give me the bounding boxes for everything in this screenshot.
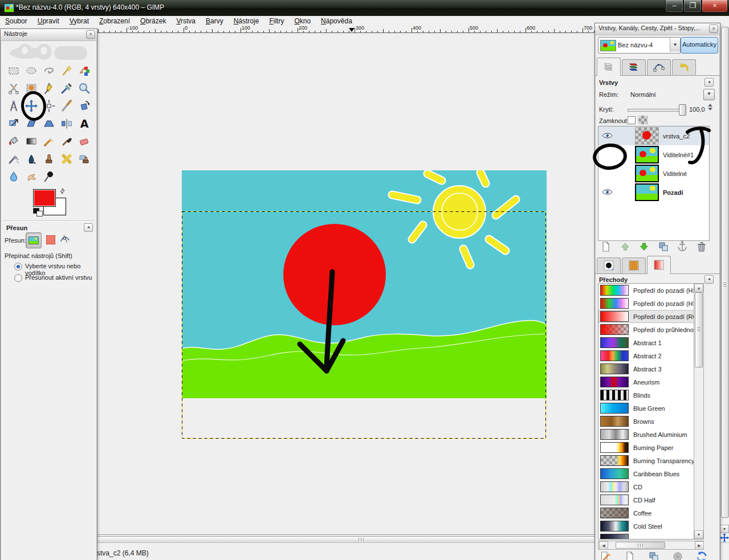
dock-close-icon[interactable]: x bbox=[709, 24, 718, 33]
tool-rotate-button[interactable] bbox=[75, 97, 93, 115]
tab-gradients[interactable] bbox=[647, 256, 671, 274]
tool-blur-button[interactable] bbox=[5, 168, 22, 186]
gradients-scroll-left-icon[interactable]: ◀ bbox=[599, 541, 608, 550]
layers-dock-window[interactable]: Vrstvy, Kanály, Cesty, Zpět - Stopy,... … bbox=[594, 23, 720, 560]
gradient-row-CD Half[interactable]: CD Half bbox=[598, 493, 694, 506]
menu-nstroje[interactable]: Nástroje bbox=[229, 16, 264, 25]
move-mode-selection-button[interactable] bbox=[46, 235, 55, 244]
tab-brushes[interactable] bbox=[597, 257, 621, 274]
layer-row-Pozadí[interactable]: Pozadí bbox=[598, 183, 709, 202]
vertical-scrollbar[interactable]: ▼ bbox=[719, 26, 729, 542]
gradients-vertical-scrollbar[interactable]: ▲ ▼ bbox=[694, 283, 704, 539]
tool-rect-select-button[interactable] bbox=[5, 62, 22, 80]
refresh-gradients-button[interactable] bbox=[694, 551, 709, 560]
tool-ink-button[interactable] bbox=[22, 150, 40, 168]
menu-vybrat[interactable]: Vybrat bbox=[64, 16, 94, 25]
tool-perspective-button[interactable] bbox=[40, 115, 58, 133]
menu-vrstva[interactable]: Vrstva bbox=[171, 16, 201, 25]
gradient-row-Coffee[interactable]: Coffee bbox=[598, 506, 694, 520]
edit-gradient-button[interactable] bbox=[598, 551, 613, 560]
layer-name[interactable]: Viditelné bbox=[663, 170, 687, 177]
gradient-row-Burning Paper[interactable]: Burning Paper bbox=[598, 441, 694, 454]
tool-heal-button[interactable] bbox=[58, 150, 75, 168]
menu-okno[interactable]: Okno bbox=[289, 16, 316, 25]
toolbox-title[interactable]: Nástroje bbox=[1, 29, 97, 41]
duplicate-gradient-button[interactable] bbox=[646, 551, 661, 560]
tool-paths-button[interactable] bbox=[40, 80, 58, 97]
gradients-scrollbar-thumb[interactable] bbox=[695, 292, 703, 367]
layer-thumbnail[interactable] bbox=[635, 165, 659, 182]
tab-paths[interactable] bbox=[647, 59, 671, 76]
tool-select-by-color-button[interactable] bbox=[75, 62, 93, 80]
gradient-row-Abstract 1[interactable]: Abstract 1 bbox=[598, 336, 694, 349]
auto-follow-button[interactable]: Automaticky bbox=[681, 37, 718, 54]
foreground-color-swatch[interactable] bbox=[33, 189, 56, 207]
tab-patterns[interactable] bbox=[622, 257, 646, 274]
restore-button[interactable]: ❐ bbox=[683, 0, 702, 13]
tab-channels[interactable] bbox=[622, 59, 646, 76]
layer-visibility-eye-icon[interactable] bbox=[602, 132, 613, 140]
tab-undo-history[interactable] bbox=[672, 59, 696, 76]
scroll-down-arrow[interactable]: ▼ bbox=[720, 525, 729, 533]
gradients-horizontal-scrollbar[interactable]: ◀ ▶ bbox=[598, 541, 704, 550]
opacity-slider-handle[interactable] bbox=[679, 104, 686, 116]
tool-gradient-button[interactable] bbox=[22, 133, 40, 150]
tool-bucket-fill-button[interactable] bbox=[5, 133, 22, 150]
close-button[interactable]: × bbox=[702, 0, 728, 13]
opacity-spinner[interactable] bbox=[708, 103, 713, 112]
image-canvas[interactable] bbox=[182, 170, 547, 439]
tool-crop-button[interactable] bbox=[58, 97, 75, 115]
gradient-row-Aneurism[interactable]: Aneurism bbox=[598, 375, 694, 389]
title-bar[interactable]: *Bez názvu-4.0 (RGB, 4 vrstvy) 640x400 –… bbox=[0, 0, 729, 16]
tool-color-picker-button[interactable] bbox=[58, 80, 75, 97]
vertical-scrollbar-thumb[interactable] bbox=[721, 27, 729, 518]
tool-text-button[interactable]: A bbox=[75, 115, 93, 133]
mode-dropdown-icon[interactable]: ▼ bbox=[703, 89, 715, 100]
tool-flip-button[interactable] bbox=[58, 115, 75, 133]
gradient-row-Browns[interactable]: Browns bbox=[598, 415, 694, 428]
tool-scissors-select-button[interactable] bbox=[5, 80, 22, 97]
gradient-row-Popředí do průhlednosti[interactable]: Popředí do průhlednosti bbox=[598, 323, 694, 336]
tool-dodge-burn-button[interactable] bbox=[40, 168, 58, 186]
tool-fuzzy-select-button[interactable] bbox=[58, 62, 75, 80]
pan-view-button[interactable] bbox=[719, 533, 729, 542]
toolbox-close-icon[interactable]: x bbox=[86, 30, 95, 39]
swap-colors-icon[interactable]: ⇄ bbox=[58, 187, 67, 196]
toolbox-window[interactable]: Nástroje x A ⇄ Přesun ◂ Přesun: bbox=[0, 28, 97, 560]
tool-free-select-button[interactable] bbox=[40, 62, 58, 80]
radio-select-layer-guide[interactable] bbox=[14, 263, 22, 271]
default-colors-icon[interactable] bbox=[33, 208, 42, 216]
gradient-row-Popředí do pozadí (HSV proti sr[interactable]: Popředí do pozadí (HSV proti sr bbox=[598, 297, 694, 310]
delete-layer-button[interactable] bbox=[694, 241, 709, 253]
lock-alpha-icon[interactable] bbox=[638, 116, 647, 124]
gradient-row-Abstract 2[interactable]: Abstract 2 bbox=[598, 349, 694, 362]
gradient-row-Blinds[interactable]: Blinds bbox=[598, 389, 694, 402]
tool-scale-button[interactable] bbox=[5, 115, 22, 133]
image-selector[interactable]: Bez názvu-4 ▼ bbox=[598, 37, 681, 54]
gradient-row-CD[interactable]: CD bbox=[598, 480, 694, 493]
delete-gradient-button[interactable] bbox=[670, 551, 685, 560]
gradients-scroll-down-icon[interactable]: ▼ bbox=[694, 530, 703, 539]
opacity-value[interactable]: 100,0 bbox=[689, 106, 705, 113]
gradients-scroll-right-icon[interactable]: ▶ bbox=[695, 541, 704, 550]
dock-title[interactable]: Vrstvy, Kanály, Cesty, Zpět - Stopy,... bbox=[595, 23, 720, 35]
new-gradient-button[interactable] bbox=[622, 551, 637, 560]
move-mode-layer-button[interactable] bbox=[26, 232, 42, 248]
gradient-row-Brushed Aluminium[interactable]: Brushed Aluminium bbox=[598, 428, 694, 441]
tool-eraser-button[interactable] bbox=[75, 133, 93, 150]
tab-layers[interactable] bbox=[597, 58, 621, 76]
tool-smudge-button[interactable] bbox=[22, 168, 40, 186]
tool-airbrush-button[interactable] bbox=[5, 150, 22, 168]
menu-filtry[interactable]: Filtry bbox=[264, 16, 289, 25]
gradient-row-unnamed[interactable] bbox=[598, 533, 694, 539]
layer-thumbnail[interactable] bbox=[635, 183, 659, 201]
gradients-scroll-up-icon[interactable]: ▲ bbox=[694, 284, 703, 292]
menu-soubor[interactable]: Soubor bbox=[0, 16, 32, 25]
menu-upravit[interactable]: Upravit bbox=[32, 16, 64, 25]
layer-visibility-eye-icon[interactable] bbox=[602, 189, 613, 197]
tool-clone-button[interactable] bbox=[40, 150, 58, 168]
tool-zoom-button[interactable] bbox=[75, 80, 93, 97]
gradient-row-Abstract 3[interactable]: Abstract 3 bbox=[598, 362, 694, 375]
opacity-slider[interactable] bbox=[628, 109, 683, 112]
tool-paintbrush-button[interactable] bbox=[58, 133, 75, 150]
